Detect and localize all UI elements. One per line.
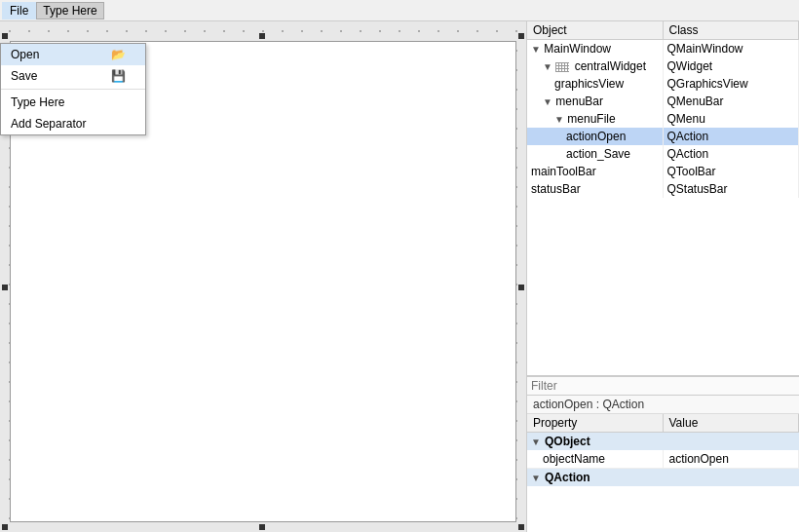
prop-header-property: Property xyxy=(527,414,664,432)
open-label: Open xyxy=(11,48,39,61)
tree-cell-class: QGraphicsView xyxy=(664,75,800,93)
object-tree[interactable]: Object Class ▼ MainWindow QMainWindow ▼ … xyxy=(527,21,799,376)
tree-cell-class: QAction xyxy=(664,128,800,145)
corner-marker-bm xyxy=(259,524,265,530)
section-label: QObject xyxy=(545,435,590,448)
tree-header-object: Object xyxy=(527,21,664,39)
tree-cell-name: mainToolBar xyxy=(527,163,664,180)
tree-row[interactable]: action_Save QAction xyxy=(527,145,799,163)
add-separator-label: Add Separator xyxy=(11,117,86,131)
tree-row[interactable]: ▼ centralWidget QWidget xyxy=(527,57,799,75)
tree-cell-class: QToolBar xyxy=(664,163,800,180)
menu-open-item[interactable]: Open 📂 xyxy=(1,44,145,65)
prop-row[interactable]: objectName actionOpen xyxy=(527,450,799,469)
collapse-icon[interactable]: ▼ xyxy=(543,96,552,107)
tree-cell-class: QMenuBar xyxy=(664,93,800,110)
type-here-menu[interactable]: Type Here xyxy=(36,2,103,19)
corner-marker-mr xyxy=(518,285,524,290)
tree-cell-name: ▼ centralWidget xyxy=(527,57,664,75)
tree-cell-name: actionOpen xyxy=(527,128,664,145)
prop-section-qobject[interactable]: ▼ QObject xyxy=(527,433,799,450)
open-icon: 📂 xyxy=(111,48,126,61)
save-icon: 💾 xyxy=(111,69,126,83)
tree-cell-class: QStatusBar xyxy=(664,180,800,198)
tree-cell-name: ▼ MainWindow xyxy=(527,40,664,57)
menu-type-here-item[interactable]: Type Here xyxy=(1,92,145,113)
tree-cell-name: statusBar xyxy=(527,180,664,198)
prop-header: Property Value xyxy=(527,414,799,433)
tree-row[interactable]: ▼ MainWindow QMainWindow xyxy=(527,40,799,57)
filter-input[interactable] xyxy=(531,379,795,393)
section-label: QAction xyxy=(545,471,590,484)
file-dropdown-menu: Open 📂 Save 💾 Type Here Add Separator xyxy=(0,43,146,135)
tree-row[interactable]: ▼ menuBar QMenuBar xyxy=(527,93,799,110)
tree-cell-name: graphicsView xyxy=(527,75,664,93)
collapse-icon[interactable]: ▼ xyxy=(531,44,541,55)
file-menu[interactable]: File xyxy=(2,2,36,19)
collapse-icon[interactable]: ▼ xyxy=(543,61,552,72)
corner-marker-tl xyxy=(2,33,8,39)
tree-row[interactable]: statusBar QStatusBar xyxy=(527,180,799,198)
corner-marker-ml xyxy=(2,285,8,290)
tree-cell-name: ▼ menuFile xyxy=(527,110,664,128)
section-collapse-icon: ▼ xyxy=(531,437,541,447)
top-menubar: File Type Here xyxy=(0,0,799,21)
corner-marker-tm xyxy=(259,33,265,39)
grid-icon xyxy=(555,62,569,72)
save-label: Save xyxy=(11,69,37,83)
corner-marker-bl xyxy=(2,524,8,530)
tree-cell-class: QAction xyxy=(664,145,800,163)
menu-divider xyxy=(1,89,145,90)
tree-cell-name: action_Save xyxy=(527,145,664,163)
tree-header-class: Class xyxy=(664,21,800,39)
properties-panel: actionOpen : QAction Property Value ▼ QO… xyxy=(527,376,799,532)
tree-cell-class: QMainWindow xyxy=(664,40,800,57)
tree-row[interactable]: ▼ menuFile QMenu xyxy=(527,110,799,128)
tree-cell-name: ▼ menuBar xyxy=(527,93,664,110)
tree-header: Object Class xyxy=(527,21,799,40)
prop-info: actionOpen : QAction xyxy=(527,396,799,414)
collapse-icon[interactable]: ▼ xyxy=(554,114,564,125)
corner-marker-br xyxy=(518,524,524,530)
tree-cell-class: QMenu xyxy=(664,110,800,128)
tree-row[interactable]: graphicsView QGraphicsView xyxy=(527,75,799,93)
filter-bar xyxy=(527,377,799,396)
prop-header-value: Value xyxy=(664,414,800,432)
prop-name: objectName xyxy=(527,450,664,468)
tree-row[interactable]: mainToolBar QToolBar xyxy=(527,163,799,180)
menu-save-item[interactable]: Save 💾 xyxy=(1,65,145,87)
section-collapse-icon: ▼ xyxy=(531,473,541,483)
tree-row-selected[interactable]: actionOpen QAction xyxy=(527,128,799,145)
corner-marker-tr xyxy=(518,33,524,39)
menu-add-separator-item[interactable]: Add Separator xyxy=(1,113,145,134)
prop-value: actionOpen xyxy=(664,450,800,468)
tree-cell-class: QWidget xyxy=(664,57,800,75)
right-panel: Object Class ▼ MainWindow QMainWindow ▼ … xyxy=(526,21,799,532)
type-here-label: Type Here xyxy=(11,95,64,109)
prop-section-qaction[interactable]: ▼ QAction xyxy=(527,469,799,486)
